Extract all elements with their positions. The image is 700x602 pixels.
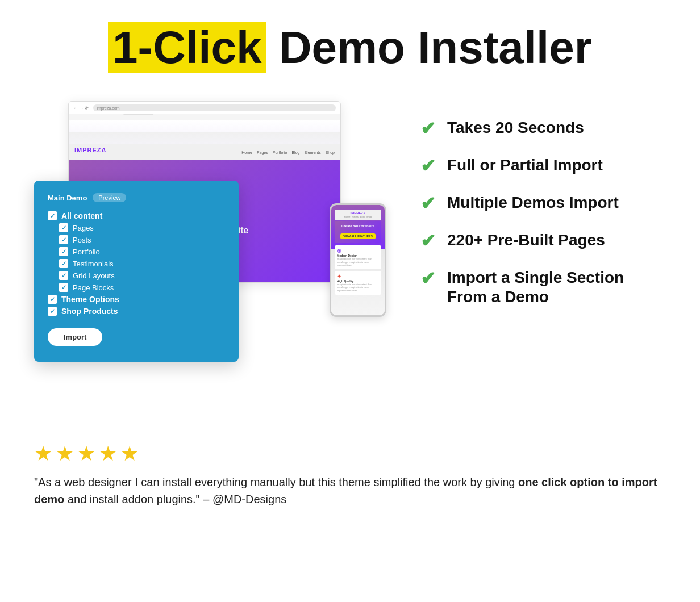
hero-title: 1-Click Demo Installer [34, 23, 666, 73]
front-header: Main Demo Preview [48, 193, 225, 202]
feature-item-1: ✔ Takes 20 Seconds [420, 118, 666, 137]
checkbox-posts[interactable]: ✓ Posts [48, 235, 225, 244]
checkbox-grid-layouts[interactable]: ✓ Grid Layouts [48, 271, 225, 280]
star-3: ★ [77, 442, 95, 466]
feature-text-5: Import a Single SectionFrom a Demo [447, 268, 624, 306]
checkbox-testimonials[interactable]: ✓ Testimonials [48, 259, 225, 268]
review-text: "As a web designer I can install everyth… [34, 474, 666, 508]
check-icon-2: ✔ [420, 157, 436, 175]
feature-item-5: ✔ Import a Single SectionFrom a Demo [420, 268, 666, 306]
star-4: ★ [99, 442, 117, 466]
page-wrapper: 1-Click Demo Installer Main Demo Preview… [0, 0, 700, 536]
checkbox-pages[interactable]: ✓ Pages [48, 223, 225, 232]
check-icon-4: ✔ [420, 232, 436, 250]
import-button[interactable]: Import [48, 328, 102, 346]
star-rating: ★ ★ ★ ★ ★ [34, 442, 666, 466]
title-suffix: Demo Installer [279, 22, 592, 73]
check-icon-5: ✔ [420, 269, 436, 287]
front-demo-label: Main Demo [48, 194, 87, 202]
checkbox-page-blocks[interactable]: ✓ Page Blocks [48, 283, 225, 292]
feature-text-4: 220+ Pre-Built Pages [447, 231, 605, 250]
review-section: ★ ★ ★ ★ ★ "As a web designer I can insta… [34, 430, 666, 508]
star-2: ★ [56, 442, 74, 466]
checkbox-group: ✓ All content ✓ Pages ✓ Posts ✓ Portfoli… [48, 211, 225, 316]
feature-item-4: ✔ 220+ Pre-Built Pages [420, 231, 666, 250]
feature-text-2: Full or Partial Import [447, 156, 603, 175]
check-icon-3: ✔ [420, 194, 436, 212]
title-highlight: 1-Click [108, 22, 266, 73]
front-preview-btn[interactable]: Preview [93, 193, 126, 202]
checkbox-shop-products[interactable]: ✓ Shop Products [48, 307, 225, 316]
theme-options-label: Theme Options [61, 295, 119, 304]
screenshots-area: Main Demo Preview ← → ⟳ impreza.com IMPR… [34, 101, 386, 396]
star-5: ★ [120, 442, 139, 466]
feature-item-2: ✔ Full or Partial Import [420, 156, 666, 175]
checkbox-portfolio[interactable]: ✓ Portfolio [48, 247, 225, 256]
phone-mockup: IMPREZA Home Pages Blog Shop Create Your… [330, 203, 386, 317]
impreza-logo: IMPREZA [74, 147, 107, 153]
main-content: Main Demo Preview ← → ⟳ impreza.com IMPR… [34, 101, 666, 396]
checkbox-all-content[interactable]: ✓ All content [48, 211, 225, 220]
feature-text-1: Takes 20 Seconds [447, 118, 584, 137]
check-icon-1: ✔ [420, 119, 436, 137]
feature-item-3: ✔ Multiple Demos Import [420, 193, 666, 212]
star-1: ★ [34, 442, 52, 466]
checkbox-theme-options[interactable]: ✓ Theme Options [48, 295, 225, 304]
features-list: ✔ Takes 20 Seconds ✔ Full or Partial Imp… [420, 101, 666, 324]
screenshot-front: Main Demo Preview ✓ All content ✓ Pages … [34, 181, 239, 362]
feature-text-3: Multiple Demos Import [447, 193, 619, 212]
